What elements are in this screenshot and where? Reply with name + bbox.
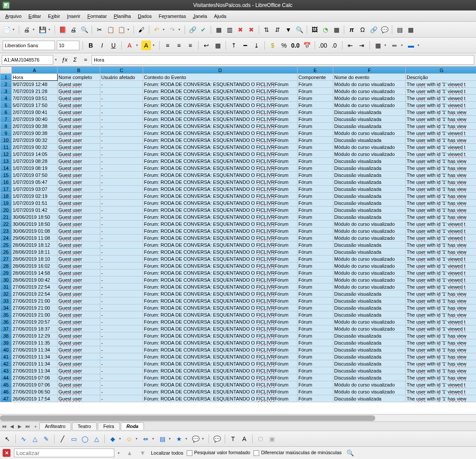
col-header-E[interactable]: E: [298, 67, 333, 74]
cell[interactable]: The user with id '1' has view: [406, 158, 476, 165]
cell[interactable]: Fórum: RODA DE CONVERSA: ESQUENTANDO O F…: [143, 214, 298, 221]
cell[interactable]: 27/06/2019 11:34: [12, 360, 58, 367]
cell[interactable]: 28/06/2019 18:12: [12, 242, 58, 248]
triangle-icon[interactable]: △: [92, 434, 101, 444]
cell[interactable]: Fórum: [298, 332, 333, 339]
cell[interactable]: Fórum: [298, 116, 333, 123]
font-name-combo[interactable]: [3, 41, 55, 50]
cell[interactable]: -: [100, 186, 143, 193]
row-header[interactable]: 8: [0, 123, 12, 130]
cell[interactable]: Fórum: RODA DE CONVERSA: ESQUENTANDO O F…: [143, 221, 298, 228]
cell[interactable]: Discussão visualizada: [333, 109, 406, 116]
cell[interactable]: Fórum: [298, 318, 333, 325]
header-cell[interactable]: Descrição: [406, 74, 476, 81]
cell[interactable]: Fórum: [298, 339, 333, 346]
cell[interactable]: Guest user: [58, 339, 100, 346]
row-header[interactable]: 31: [0, 283, 12, 290]
cell[interactable]: Módulo do curso visualizado: [333, 235, 406, 242]
cell[interactable]: Guest user: [58, 269, 100, 276]
cell[interactable]: The user with id '1' has view: [406, 165, 476, 172]
cell[interactable]: Fórum: [298, 388, 333, 395]
cell[interactable]: 27/06/2019 22:54: [12, 283, 58, 290]
cell[interactable]: -: [100, 221, 143, 228]
cell[interactable]: Fórum: RODA DE CONVERSA: ESQUENTANDO O F…: [143, 151, 298, 158]
merge-icon[interactable]: ▦: [213, 41, 223, 50]
menu-dados[interactable]: Dados: [134, 12, 155, 20]
cell[interactable]: The user with id '1' has view: [406, 207, 476, 214]
number-icon[interactable]: 0.0: [291, 41, 300, 50]
cell[interactable]: The user with id '1' viewed t: [406, 144, 476, 151]
cell[interactable]: 26/06/2019 17:54: [12, 395, 58, 402]
cell[interactable]: 30/06/2019 18:50: [12, 221, 58, 228]
cell[interactable]: Fórum: RODA DE CONVERSA: ESQUENTANDO O F…: [143, 116, 298, 123]
cell[interactable]: Fórum: [298, 102, 333, 109]
print-direct-icon[interactable]: 🖨: [68, 25, 78, 35]
cell[interactable]: Fórum: [298, 165, 333, 172]
cell[interactable]: 5/07/2019 17:50: [12, 102, 58, 109]
del-decimal-icon[interactable]: .0: [329, 41, 339, 50]
cut-icon[interactable]: ✂: [95, 25, 104, 35]
row-header[interactable]: 45: [0, 381, 12, 388]
cell[interactable]: Fórum: RODA DE CONVERSA: ESQUENTANDO O F…: [143, 255, 298, 262]
cell[interactable]: Guest user: [58, 360, 100, 367]
cell[interactable]: Fórum: RODA DE CONVERSA: ESQUENTANDO O F…: [143, 228, 298, 235]
cell[interactable]: Fórum: [298, 283, 333, 290]
hyperlink-icon[interactable]: 🔗: [369, 25, 378, 35]
cell[interactable]: The user with id '1' has view: [406, 297, 476, 304]
cell[interactable]: Discussão visualizada: [333, 242, 406, 248]
cell[interactable]: The user with id '1' has view: [406, 109, 476, 116]
row-header[interactable]: 25: [0, 242, 12, 248]
close-findbar-icon[interactable]: ✕: [3, 449, 10, 457]
cell[interactable]: 27/06/2019 22:54: [12, 290, 58, 297]
cell[interactable]: 1/07/2019 08:28: [12, 158, 58, 165]
cell[interactable]: The user with id '1' viewed t: [406, 269, 476, 276]
row-header[interactable]: 19: [0, 200, 12, 207]
cell[interactable]: Módulo do curso visualizado: [333, 283, 406, 290]
cell[interactable]: Discussão visualizada: [333, 193, 406, 200]
cell[interactable]: Fórum: RODA DE CONVERSA: ESQUENTANDO O F…: [143, 123, 298, 130]
cell[interactable]: Fórum: RODA DE CONVERSA: ESQUENTANDO O F…: [143, 346, 298, 353]
cell[interactable]: Fórum: RODA DE CONVERSA: ESQUENTANDO O F…: [143, 367, 298, 374]
cell[interactable]: 2/07/2019 00:41: [12, 109, 58, 116]
row-header[interactable]: 43: [0, 367, 12, 374]
cell[interactable]: The user with id '1' has view: [406, 123, 476, 130]
cell[interactable]: Guest user: [58, 221, 100, 228]
cell[interactable]: -: [100, 339, 143, 346]
export-pdf-icon[interactable]: 📕: [58, 25, 67, 35]
cell[interactable]: Fórum: RODA DE CONVERSA: ESQUENTANDO O F…: [143, 290, 298, 297]
cell[interactable]: Discussão visualizada: [333, 360, 406, 367]
find-prev-icon[interactable]: ▲: [125, 448, 134, 458]
valign-mid-icon[interactable]: ━: [240, 41, 250, 50]
cell[interactable]: 2/07/2019 00:32: [12, 137, 58, 144]
cell[interactable]: 29/06/2019 11:08: [12, 235, 58, 242]
cell[interactable]: 28/06/2019 16:02: [12, 262, 58, 269]
cell[interactable]: The user with id '1' viewed t: [406, 95, 476, 102]
cell[interactable]: Módulo do curso visualizado: [333, 318, 406, 325]
row-header[interactable]: 10: [0, 137, 12, 144]
cell[interactable]: Fórum: RODA DE CONVERSA: ESQUENTANDO O F…: [143, 248, 298, 255]
cell[interactable]: 27/06/2019 11:34: [12, 346, 58, 353]
pivot-icon[interactable]: ▦: [332, 25, 341, 35]
cell[interactable]: 27/06/2019 21:00: [12, 304, 58, 311]
row-header[interactable]: 11: [0, 144, 12, 151]
row-header[interactable]: 24: [0, 235, 12, 242]
cell[interactable]: Guest user: [58, 137, 100, 144]
menu-inserir[interactable]: Inserir: [64, 12, 84, 20]
cell[interactable]: Fórum: [298, 123, 333, 130]
cell[interactable]: Fórum: [298, 297, 333, 304]
cell[interactable]: Fórum: RODA DE CONVERSA: ESQUENTANDO O F…: [143, 207, 298, 214]
sort-desc-icon[interactable]: ⇵: [273, 25, 282, 35]
cell[interactable]: Discussão visualizada: [333, 158, 406, 165]
cell[interactable]: Módulo do curso visualizado: [333, 95, 406, 102]
cell[interactable]: Fórum: RODA DE CONVERSA: ESQUENTANDO O F…: [143, 172, 298, 179]
cell[interactable]: -: [100, 123, 143, 130]
extrude-icon[interactable]: ⬡: [256, 434, 265, 444]
formula-icon[interactable]: π: [347, 25, 356, 35]
align-left-icon[interactable]: ≡: [163, 41, 172, 50]
cell[interactable]: Fórum: [298, 200, 333, 207]
cell[interactable]: 1/07/2019 05:47: [12, 179, 58, 186]
cell[interactable]: Guest user: [58, 255, 100, 262]
add-decimal-icon[interactable]: .00: [318, 41, 328, 50]
cell[interactable]: Guest user: [58, 332, 100, 339]
fontwork-icon[interactable]: A: [240, 434, 249, 444]
